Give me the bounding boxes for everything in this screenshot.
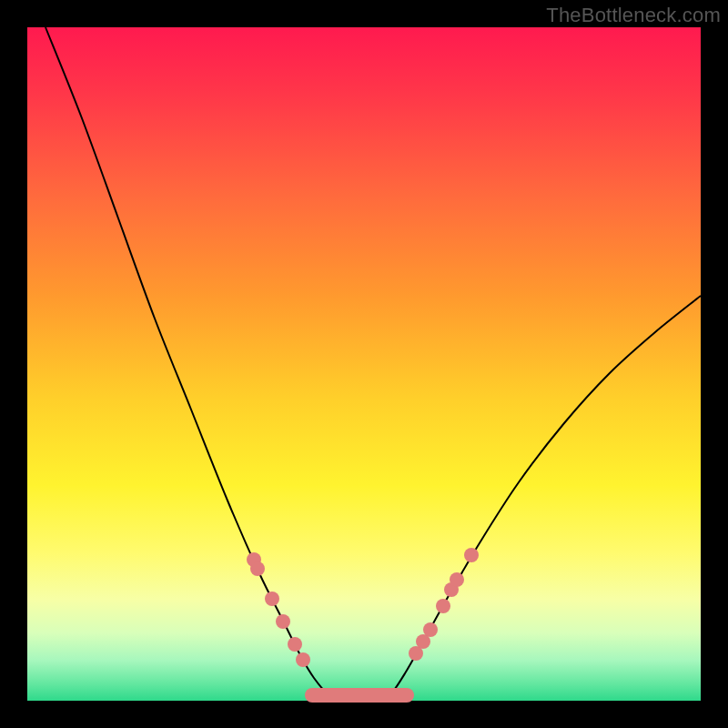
marker-layer [247, 548, 479, 667]
curve-layer [46, 27, 701, 698]
marker-left-5 [296, 652, 310, 667]
marker-right-3 [436, 599, 450, 613]
bottom-lozenge-layer [305, 688, 414, 703]
marker-right-5 [450, 572, 464, 587]
marker-left-1 [250, 561, 265, 576]
outer-frame: TheBottleneck.com [0, 0, 728, 728]
chart-svg [27, 27, 701, 701]
bottom-lozenge [305, 688, 414, 703]
marker-left-3 [276, 614, 290, 629]
marker-left-2 [265, 592, 279, 606]
watermark-text: TheBottleneck.com [546, 4, 721, 27]
marker-right-2 [423, 622, 438, 637]
bottleneck-curve [46, 27, 701, 698]
marker-left-4 [288, 637, 302, 652]
marker-right-6 [464, 548, 479, 562]
